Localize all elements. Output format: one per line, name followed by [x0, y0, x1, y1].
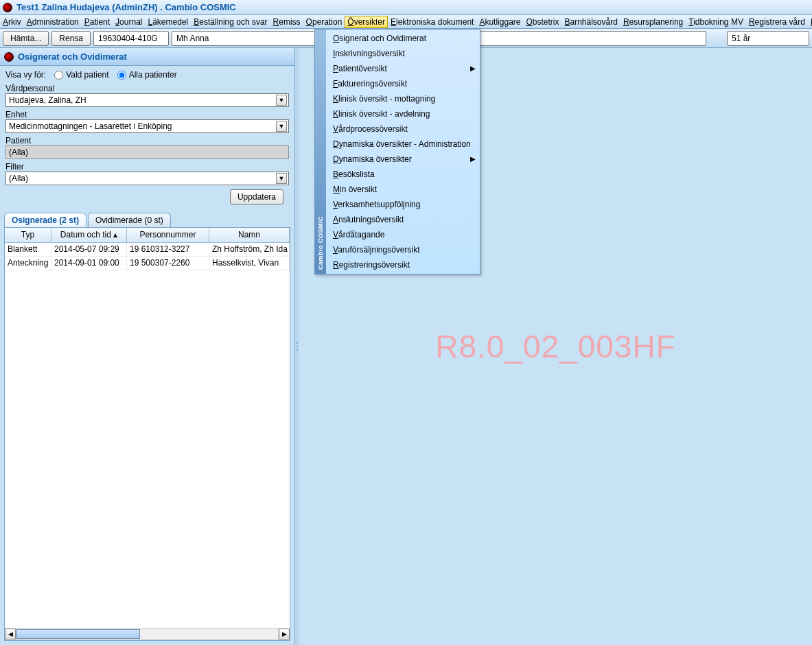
dropdown-item[interactable]: Patientöversikt▶	[326, 61, 480, 76]
app-icon	[3, 3, 12, 12]
menu-item-administration[interactable]: Administration	[24, 16, 82, 28]
enhet-combo[interactable]: Medicinmottagningen - Lasarettet i Enköp…	[5, 119, 289, 133]
panel-title: Osignerat och Ovidimerat	[18, 51, 127, 62]
rensa-button[interactable]: Rensa	[51, 31, 91, 46]
dropdown-item[interactable]: Faktureringsöversikt	[326, 76, 480, 91]
scroll-track[interactable]	[16, 629, 279, 640]
dropdown-item[interactable]: Vårdåtagande	[326, 227, 480, 242]
version-watermark: R8.0_02_003HF	[435, 328, 676, 365]
menu-item-elektroniska dokument[interactable]: Elektroniska dokument	[388, 16, 476, 28]
cell: 19 500307-2260	[127, 257, 209, 270]
dropdown-item[interactable]: Osignerat och Ovidimerat	[326, 31, 480, 46]
menu-item-remiss[interactable]: Remiss	[270, 16, 303, 28]
menu-item-patient[interactable]: Patient	[82, 16, 113, 28]
col-datum[interactable]: Datum och tid ▴	[51, 228, 127, 242]
dropdown-item[interactable]: Registreringsöversikt	[326, 257, 480, 272]
patient-age-field[interactable]: 51 år	[727, 31, 809, 46]
side-panel: Osignerat och Ovidimerat Visa vy för: Va…	[0, 48, 295, 645]
patient-extra-field[interactable]: n	[469, 31, 706, 46]
menu-item-obstetrix[interactable]: Obstetrix	[523, 16, 561, 28]
patient-label: Patient	[5, 136, 289, 145]
cell: 2014-09-01 09:00	[51, 257, 127, 270]
menu-item-läkemedel[interactable]: Läkemedel	[145, 16, 191, 28]
panel-title-bar: Osignerat och Ovidimerat	[0, 48, 294, 66]
vardpersonal-combo[interactable]: Hudajeva, Zalina, ZH ▼	[5, 93, 289, 107]
menu-item-operation[interactable]: Operation	[303, 16, 345, 28]
cell: Anteckning	[5, 257, 51, 270]
dropdown-items: Osignerat och OvidimeratInskrivningsöver…	[326, 30, 480, 274]
menu-item-tidbokning mv[interactable]: Tidbokning MV	[686, 16, 746, 28]
menu-item-barnhälsovård[interactable]: Barnhälsovård	[562, 16, 620, 28]
chevron-down-icon[interactable]: ▼	[276, 95, 287, 106]
dropdown-item[interactable]: Dynamiska översikter▶	[326, 152, 480, 167]
menu-item-beställning och svar[interactable]: Beställning och svar	[191, 16, 270, 28]
oversikter-dropdown: Cambio COSMIC Osignerat och OvidimeratIn…	[314, 29, 480, 274]
menu-item-journal[interactable]: Journal	[113, 16, 145, 28]
vardpersonal-label: Vårdpersonal	[5, 84, 289, 93]
menu-item-arkiv[interactable]: Arkiv	[0, 16, 24, 28]
scroll-right-icon[interactable]: ▶	[279, 629, 290, 640]
radio-vald-label: Vald patient	[66, 70, 109, 80]
horizontal-scrollbar[interactable]: ◀ ▶	[5, 628, 290, 640]
patient-id-field[interactable]: 19630404-410G	[93, 31, 169, 46]
col-namn[interactable]: Namn	[209, 228, 290, 242]
data-grid: Typ Datum och tid ▴ Personnummer Namn Bl…	[4, 227, 290, 641]
submenu-arrow-icon: ▶	[470, 64, 476, 72]
menu-item-beläggningsmodul[interactable]: Beläggningsmodul	[808, 16, 812, 28]
patient-display: (Alla)	[5, 145, 289, 159]
chevron-down-icon[interactable]: ▼	[276, 121, 287, 132]
grid-header: Typ Datum och tid ▴ Personnummer Namn	[5, 228, 290, 243]
tab-ovidimerade[interactable]: Ovidimerade (0 st)	[88, 213, 171, 227]
dropdown-item[interactable]: Varuförsäljningsöversikt	[326, 242, 480, 257]
dropdown-item[interactable]: Besökslista	[326, 167, 480, 182]
title-bar: Test1 Zalina Hudajeva (AdminZH) . Cambio…	[0, 0, 812, 15]
scroll-thumb[interactable]	[16, 629, 140, 639]
scroll-left-icon[interactable]: ◀	[5, 629, 16, 640]
cell: Hasselkvist, Vivan	[209, 257, 290, 270]
menu-item-översikter[interactable]: Översikter	[345, 16, 388, 28]
col-personnummer[interactable]: Personnummer	[127, 228, 209, 242]
visa-label: Visa vy för:	[5, 70, 46, 80]
panel-icon	[4, 52, 14, 62]
table-row[interactable]: Blankett2014-05-07 09:2919 610312-3227Zh…	[5, 243, 290, 257]
enhet-label: Enhet	[5, 110, 289, 119]
cell: Blankett	[5, 243, 51, 256]
filter-area: Visa vy för: Vald patient Alla patienter…	[0, 66, 294, 210]
filter-label: Filter	[5, 162, 289, 172]
menu-bar: ArkivAdministrationPatientJournalLäkemed…	[0, 15, 812, 29]
submenu-arrow-icon: ▶	[470, 155, 476, 163]
filter-combo[interactable]: (Alla) ▼	[5, 172, 289, 185]
dropdown-item[interactable]: Verksamhetsuppföljning	[326, 197, 480, 212]
dropdown-handle: Cambio COSMIC	[315, 30, 326, 274]
radio-alla-label: Alla patienter	[129, 70, 177, 80]
grid-body: Blankett2014-05-07 09:2919 610312-3227Zh…	[5, 243, 290, 628]
col-typ[interactable]: Typ	[5, 228, 51, 242]
hamta-button[interactable]: Hämta...	[3, 31, 49, 46]
cell: 19 610312-3227	[127, 243, 209, 256]
cell: 2014-05-07 09:29	[51, 243, 127, 256]
table-row[interactable]: Anteckning2014-09-01 09:0019 500307-2260…	[5, 257, 290, 270]
window-title: Test1 Zalina Hudajeva (AdminZH) . Cambio…	[16, 2, 236, 12]
radio-vald-patient[interactable]	[54, 71, 63, 80]
menu-item-akutliggare[interactable]: Akutliggare	[476, 16, 523, 28]
cell: Zh Hoffström, Zh Ida	[209, 243, 290, 256]
radio-alla-patienter[interactable]	[117, 71, 126, 80]
dropdown-item[interactable]: Anslutningsöversikt	[326, 212, 480, 227]
dropdown-item[interactable]: Klinisk översikt - mottagning	[326, 91, 480, 106]
dropdown-item[interactable]: Inskrivningsöversikt	[326, 46, 480, 61]
chevron-down-icon[interactable]: ▼	[276, 173, 287, 184]
menu-item-registrera vård[interactable]: Registrera vård	[746, 16, 808, 28]
dropdown-item[interactable]: Klinisk översikt - avdelning	[326, 106, 480, 121]
uppdatera-button[interactable]: Uppdatera	[230, 189, 283, 204]
tab-strip: Osignerade (2 st) Ovidimerade (0 st)	[4, 213, 290, 227]
menu-item-resursplanering[interactable]: Resursplanering	[620, 16, 686, 28]
dropdown-item[interactable]: Min översikt	[326, 182, 480, 197]
dropdown-item[interactable]: Vårdprocessöversikt	[326, 121, 480, 137]
tab-osignerade[interactable]: Osignerade (2 st)	[4, 213, 86, 227]
dropdown-item[interactable]: Dynamiska översikter - Administration	[326, 137, 480, 152]
